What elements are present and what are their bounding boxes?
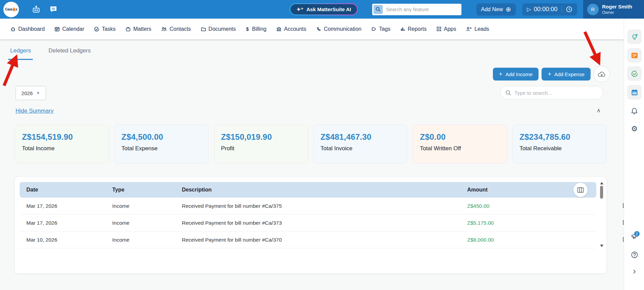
table-search-box[interactable]	[500, 86, 603, 99]
note-card-icon	[631, 52, 638, 59]
card-value: Z$234,785.60	[520, 132, 606, 142]
table-header-row: Date Type Description Amount	[20, 182, 596, 198]
phone-icon	[316, 26, 321, 32]
nav-item-tasks[interactable]: Tasks	[94, 26, 116, 32]
check-circle-icon	[631, 70, 638, 77]
column-header-date[interactable]: Date	[20, 187, 112, 193]
utility-sidebar: ⚙ 2 ›	[624, 19, 644, 290]
card-label: Profit	[221, 145, 308, 152]
table-scrollbar[interactable]	[600, 182, 604, 252]
ledger-table: Date Type Description Amount Mar 17, 202…	[15, 177, 606, 273]
timer-value: 00:00:00	[534, 6, 557, 13]
column-header-amount[interactable]: Amount	[467, 187, 535, 193]
add-income-button[interactable]: + Add Income	[493, 68, 539, 81]
task-check-icon	[94, 26, 99, 32]
casefox-logo[interactable]: Case x	[3, 2, 19, 17]
ai-bot-button[interactable]	[32, 5, 41, 14]
top-app-bar: Case x ✦⁺ Ask MatterSuite AI Add New ⊕ ▷…	[0, 0, 644, 19]
notifications-button[interactable]	[627, 103, 642, 118]
scroll-up-arrow[interactable]	[600, 182, 603, 184]
column-picker-button[interactable]	[573, 183, 588, 197]
notes-button[interactable]	[627, 48, 642, 63]
avatar: R	[587, 4, 599, 15]
plus-circle-icon: ⊕	[506, 5, 511, 13]
cell-amount: Z$8,000.00	[467, 237, 535, 243]
help-button[interactable]	[627, 247, 642, 262]
cell-date: Mar 17, 2026	[20, 203, 112, 209]
person-plus-icon	[466, 26, 472, 32]
quick-calendar-button[interactable]	[627, 85, 642, 99]
ask-mattersuite-ai-button[interactable]: ✦⁺ Ask MatterSuite AI	[290, 3, 358, 15]
people-icon	[161, 26, 167, 32]
plus-icon: +	[548, 71, 551, 78]
quick-tasks-button[interactable]	[627, 66, 642, 81]
tab-deleted-ledgers[interactable]: Deleted Ledgers	[46, 45, 93, 60]
ledgers-page: Ledgers Deleted Ledgers + Add Income + A…	[0, 39, 624, 290]
cell-amount: Z$5,175.00	[467, 220, 535, 226]
table-row[interactable]: Mar 17, 2026 Income Received Payment for…	[20, 198, 596, 215]
nav-item-matters[interactable]: Matters	[125, 26, 151, 32]
table-row[interactable]: Mar 17, 2026 Income Received Payment for…	[20, 215, 596, 231]
timer-button[interactable]: ▷ 00:00:00	[522, 3, 577, 16]
timer-divider	[562, 6, 562, 13]
cell-date: Mar 10, 2026	[20, 237, 112, 243]
user-name: Roger Smith	[602, 4, 632, 10]
svg-text:$: $	[246, 26, 249, 32]
cell-date: Mar 17, 2026	[20, 220, 112, 226]
home-icon	[10, 26, 16, 32]
notification-badge: 2	[634, 231, 640, 237]
feature-search-box[interactable]	[372, 4, 461, 15]
column-header-type[interactable]: Type	[112, 187, 182, 193]
search-icon	[505, 90, 511, 96]
calendar-blue-icon	[631, 89, 638, 96]
cloud-download-icon	[597, 71, 606, 78]
feature-search-input[interactable]	[383, 6, 460, 12]
chevron-down-icon: ▼	[36, 91, 40, 95]
nav-item-tags[interactable]: Tags	[371, 26, 390, 32]
ask-ai-label: Ask MatterSuite AI	[307, 6, 351, 12]
user-menu[interactable]: R Roger Smith Owner	[583, 0, 644, 19]
ai-suggestions-button[interactable]	[627, 29, 642, 44]
announcements-button[interactable]: 2	[627, 229, 642, 244]
logo-text-right: x	[16, 7, 17, 11]
logo-text-left: Case	[5, 7, 13, 11]
briefcase-icon	[125, 26, 131, 32]
card-label: Total Expense	[121, 145, 208, 152]
scrollbar-thumb[interactable]	[600, 186, 603, 199]
add-new-label: Add New	[481, 6, 503, 13]
nav-item-contacts[interactable]: Contacts	[161, 26, 191, 32]
nav-item-documents[interactable]: Documents	[201, 26, 236, 32]
table-row[interactable]: Mar 10, 2026 Income Received Payment for…	[20, 231, 596, 248]
chevron-up-icon[interactable]: ∧	[597, 107, 601, 114]
card-value: Z$150,019.90	[221, 132, 308, 142]
column-header-description[interactable]: Description	[182, 187, 467, 193]
nav-item-communication[interactable]: Communication	[316, 26, 361, 32]
year-filter-select[interactable]: 2026 ▼	[16, 86, 46, 100]
export-download-button[interactable]	[594, 66, 610, 82]
chevron-right-icon: ›	[633, 267, 636, 275]
summary-card-profit: Z$150,019.90 Profit	[214, 125, 308, 163]
nav-item-calendar[interactable]: Calendar	[54, 26, 84, 32]
nav-item-accounts[interactable]: Accounts	[276, 26, 306, 32]
nav-item-reports[interactable]: Reports	[400, 26, 427, 32]
collapse-sidebar-button[interactable]: ›	[627, 264, 642, 278]
bank-icon	[276, 26, 282, 32]
nav-item-billing[interactable]: $ Billing	[246, 26, 267, 32]
settings-button[interactable]: ⚙	[627, 121, 642, 136]
tab-ledgers[interactable]: Ledgers	[8, 45, 33, 60]
nav-item-apps[interactable]: Apps	[436, 26, 456, 32]
table-search-input[interactable]	[515, 90, 598, 96]
add-expense-button[interactable]: + Add Expense	[542, 68, 591, 81]
summary-card-total-invoice: Z$481,467.30 Total Invoice	[313, 125, 407, 163]
chat-button[interactable]	[49, 6, 57, 13]
hide-summary-link[interactable]: Hide Summary	[16, 108, 53, 114]
add-new-button[interactable]: Add New ⊕	[476, 3, 516, 16]
cell-description: Received Payment for bill number #Ca/370	[182, 237, 467, 243]
cell-type: Income	[112, 220, 182, 226]
nav-item-leads[interactable]: Leads	[466, 26, 489, 32]
card-label: Total Receivable	[520, 145, 606, 152]
nav-item-dashboard[interactable]: Dashboard	[10, 26, 45, 32]
scroll-down-arrow[interactable]	[600, 245, 603, 247]
folder-icon	[201, 26, 206, 32]
card-value: Z$0.00	[420, 132, 506, 142]
